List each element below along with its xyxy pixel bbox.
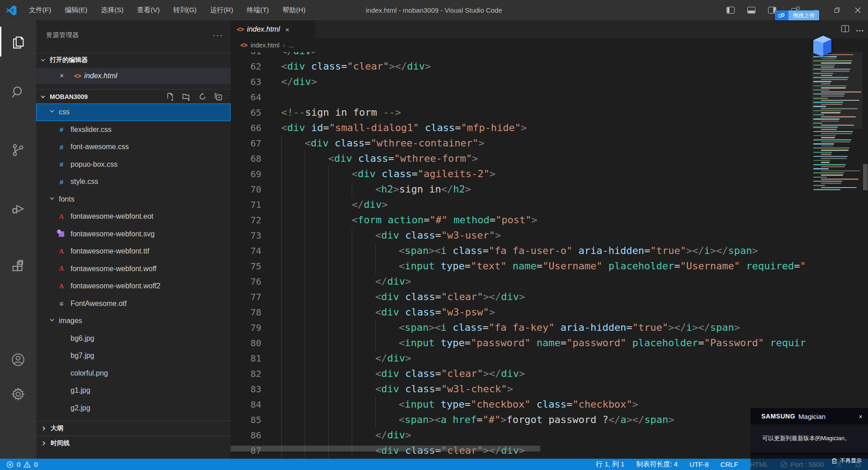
tree-item[interactable]: bg6.jpg	[36, 330, 231, 348]
open-editor-item[interactable]: × <> index.html	[36, 68, 231, 84]
menu-帮助[interactable]: 帮助(H)	[277, 4, 311, 17]
tree-folder-images[interactable]: images	[36, 312, 231, 330]
code-line-77[interactable]: 77<div class="clear"></div>	[231, 289, 811, 305]
menu-转到[interactable]: 转到(G)	[168, 4, 202, 17]
floating-widget-icon[interactable]	[810, 34, 834, 62]
extensions-icon[interactable]	[0, 249, 36, 284]
problems-status[interactable]: 0 0	[0, 461, 38, 468]
tree-item[interactable]: Afontawesome-webfont.woff	[36, 260, 231, 278]
accounts-icon[interactable]	[0, 342, 36, 377]
indentation-status[interactable]: 制表符长度: 4	[636, 460, 678, 469]
code-line-81[interactable]: 81</div>	[231, 351, 811, 366]
menu-运行[interactable]: 运行(R)	[205, 4, 239, 17]
tree-item[interactable]: g1.jpg	[36, 382, 231, 400]
tab-index-html[interactable]: <> index.html ×	[231, 20, 315, 38]
code-line-70[interactable]: 70<h2>sign in</h2>	[231, 182, 811, 197]
tree-item[interactable]: fontawesome-webfont.svg	[36, 226, 231, 243]
views-more-actions-icon[interactable]: ···	[212, 31, 223, 40]
line-number: 85	[231, 412, 261, 428]
code-line-85[interactable]: 85<span><a href="#">forgot password ?</a…	[231, 412, 811, 428]
code-line-83[interactable]: 83<div class="w3l-check">	[231, 381, 811, 397]
eol-status[interactable]: CRLF	[721, 461, 738, 468]
open-editors-section[interactable]: 打开的编辑器	[36, 53, 231, 66]
code-line-69[interactable]: 69<div class="agileits-2">	[231, 166, 811, 182]
tree-item[interactable]: g2.jpg	[36, 400, 231, 417]
menu-文件[interactable]: 文件(F)	[24, 4, 57, 17]
breadcrumb-file[interactable]: index.html	[250, 42, 279, 49]
tree-item[interactable]: colorful.png	[36, 365, 231, 382]
vertical-scrollbar[interactable]	[863, 164, 868, 190]
code-token	[447, 243, 453, 258]
tab-close-icon[interactable]: ×	[285, 26, 289, 33]
code-token: span	[728, 243, 752, 258]
search-icon[interactable]	[0, 75, 36, 110]
popup-close-icon[interactable]: ×	[859, 413, 863, 420]
restore-button[interactable]	[826, 0, 847, 20]
tree-item[interactable]: bg7.jpg	[36, 347, 231, 365]
breadcrumb[interactable]: <> index.html › ...	[231, 38, 868, 52]
code-line-84[interactable]: 84<input type="checkbox" class="checkbox…	[231, 397, 811, 412]
code-line-78[interactable]: 78<div class="w3-psw">	[231, 305, 811, 320]
code-line-68[interactable]: 68<div class="wthree-form">	[231, 151, 811, 166]
new-file-icon[interactable]	[166, 93, 175, 101]
code-line-64[interactable]: 64	[231, 89, 811, 105]
toggle-sidebar-icon[interactable]	[720, 0, 741, 20]
collapse-folders-icon[interactable]	[214, 93, 222, 101]
code-line-79[interactable]: 79<span><i class="fa fa-key" aria-hidden…	[231, 320, 811, 335]
menu-查看[interactable]: 查看(V)	[132, 4, 165, 17]
timeline-section[interactable]: 时间线	[36, 436, 231, 451]
code-token: class	[453, 320, 482, 335]
code-line-65[interactable]: 65<!--sign in form -->	[231, 105, 811, 120]
tree-item[interactable]: Afontawesome-webfont.eot	[36, 208, 231, 226]
new-folder-icon[interactable]	[182, 93, 191, 101]
tree-item[interactable]: Afontawesome-webfont.woff2	[36, 277, 231, 295]
code-line-74[interactable]: 74<span><i class="fa fa-user-o" aria-hid…	[231, 243, 811, 258]
tree-folder-css[interactable]: css	[36, 103, 231, 121]
code-line-63[interactable]: 63</div>	[231, 74, 811, 89]
close-button[interactable]	[847, 0, 868, 20]
tree-folder-fonts[interactable]: fonts	[36, 191, 231, 208]
code-line-71[interactable]: 71</div>	[231, 197, 811, 212]
toggle-panel-icon[interactable]	[741, 0, 762, 20]
code-line-82[interactable]: 82<div class="clear"></div>	[231, 366, 811, 381]
menu-终端[interactable]: 终端(T)	[241, 4, 274, 17]
code-line-61[interactable]: 61</div>	[231, 52, 811, 59]
explorer-icon[interactable]	[0, 24, 36, 59]
run-debug-icon[interactable]	[0, 191, 36, 226]
split-editor-icon[interactable]	[841, 25, 849, 34]
refresh-icon[interactable]	[198, 93, 207, 101]
encoding-status[interactable]: UTF-8	[689, 461, 709, 468]
settings-gear-icon[interactable]	[0, 376, 36, 412]
tree-item[interactable]: #popuo-box.css	[36, 156, 231, 174]
code-editor[interactable]: 61</div>62<div class="clear"></div>63</d…	[231, 52, 811, 459]
project-section-header[interactable]: MOBAN3009	[36, 89, 231, 103]
code-line-73[interactable]: 73<div class="w3-user">	[231, 228, 811, 243]
source-control-icon[interactable]	[0, 132, 36, 168]
cursor-position[interactable]: 行 1, 列 1	[596, 460, 624, 469]
tree-item[interactable]: #flexslider.css	[36, 121, 231, 139]
menu-编辑[interactable]: 编辑(E)	[59, 4, 93, 17]
tree-item[interactable]: #style.css	[36, 173, 231, 191]
code-line-86[interactable]: 86</div>	[231, 428, 811, 443]
tree-item[interactable]: Afontawesome-webfont.ttf	[36, 243, 231, 260]
tree-item[interactable]: #font-awesome.css	[36, 138, 231, 156]
close-editor-icon[interactable]: ×	[60, 72, 68, 80]
indent-guide	[375, 258, 399, 274]
code-line-66[interactable]: 66<div id="small-dialog1" class="mfp-hid…	[231, 120, 811, 136]
tree-item[interactable]: ≡FontAwesome.otf	[36, 295, 231, 313]
menu-选择[interactable]: 选择(S)	[95, 4, 129, 17]
minimap-viewport[interactable]	[811, 52, 863, 129]
horizontal-scrollbar[interactable]	[231, 446, 540, 451]
breadcrumb-more[interactable]: ...	[289, 42, 294, 49]
drag-upload-badge[interactable]: 拖拽上传	[775, 10, 819, 20]
dismiss-button[interactable]: 不再显示	[831, 457, 862, 465]
code-line-67[interactable]: 67<div class="wthree-container">	[231, 136, 811, 151]
outline-section[interactable]: 大纲	[36, 421, 231, 436]
code-line-72[interactable]: 72<form action="#" method="post">	[231, 212, 811, 228]
more-actions-icon[interactable]	[856, 25, 863, 33]
code-line-75[interactable]: 75<input type="text" name="Username" pla…	[231, 258, 811, 274]
code-line-80[interactable]: 80<input type="password" name="password"…	[231, 335, 811, 351]
line-number: 68	[231, 151, 261, 166]
code-line-62[interactable]: 62<div class="clear"></div>	[231, 59, 811, 74]
code-line-76[interactable]: 76</div>	[231, 274, 811, 289]
